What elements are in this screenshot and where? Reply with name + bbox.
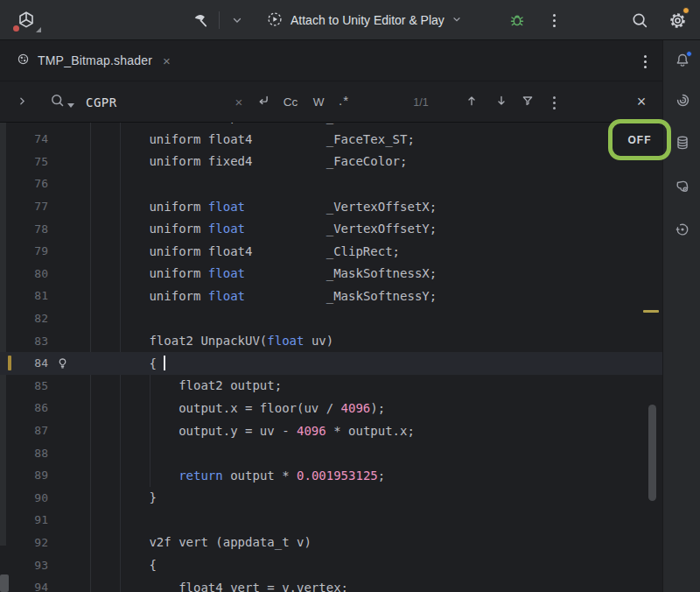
newline-button[interactable]	[252, 91, 275, 112]
search-icon	[630, 11, 649, 30]
clear-search-button[interactable]: ×	[229, 92, 248, 111]
search-options-button[interactable]	[542, 92, 565, 113]
code-lines: 74 uniform float4 _FaceTex_ST;75 uniform…	[0, 128, 662, 592]
build-options-chevron[interactable]	[226, 10, 248, 31]
main-toolbar: Attach to Unity Editor & Play	[0, 0, 700, 40]
filter-search-button[interactable]	[516, 91, 539, 112]
line-number: 81	[11, 289, 48, 302]
toolbar-more-button[interactable]	[542, 10, 565, 31]
code-line[interactable]: 83 float2 UnpackUV(float uv)	[0, 329, 662, 352]
code-line[interactable]: 75 uniform fixed4 _FaceColor;	[0, 151, 662, 173]
hammer-icon	[192, 11, 209, 29]
code-text: output.x = floor(uv / 4096);	[90, 401, 385, 415]
code-line[interactable]: 88	[0, 441, 662, 464]
code-text: {	[90, 356, 165, 370]
code-line[interactable]: 87 output.y = uv - 4096 * output.x;	[0, 419, 662, 442]
code-line[interactable]: 93 {	[0, 553, 662, 576]
code-line[interactable]: 92 v2f vert (appdata_t v)	[0, 532, 662, 554]
database-icon	[674, 134, 691, 154]
previous-occurrence-button[interactable]	[460, 91, 483, 112]
code-text: uniform float _VertexOffsetY;	[90, 222, 437, 236]
off-badge[interactable]: OFF	[628, 134, 652, 146]
code-text: float2 UnpackUV(float uv)	[90, 334, 333, 348]
search-everywhere-button[interactable]	[626, 8, 653, 32]
code-line[interactable]: 82	[0, 307, 662, 330]
words-toggle[interactable]: W	[308, 91, 329, 112]
spiral-icon	[674, 91, 692, 112]
line-number: 87	[11, 424, 48, 437]
gutter-icon-slot	[48, 285, 90, 307]
line-number: 91	[11, 513, 48, 526]
line-number: 74	[11, 132, 48, 145]
line-number: 83	[11, 335, 48, 348]
search-query-input[interactable]: CGPR	[86, 81, 117, 123]
line-number: 86	[11, 401, 48, 414]
code-line[interactable]: 77 uniform float _VertexOffsetX;	[0, 195, 662, 218]
editor-scrollbar[interactable]	[648, 405, 656, 501]
run-config-selector[interactable]: Attach to Unity Editor & Play	[261, 7, 467, 33]
code-line[interactable]: 94 float4 vert = v.vertex;	[0, 576, 662, 592]
text-caret	[164, 356, 165, 370]
build-button[interactable]	[187, 9, 214, 32]
code-line[interactable]: 91	[0, 509, 662, 532]
gutter-icon-slot	[48, 195, 90, 218]
debug-bug-icon	[508, 11, 526, 29]
line-number: 78	[11, 222, 48, 236]
tab-tmp-bitmap-shader[interactable]: TMP_Bitmap.shader ×	[7, 40, 179, 81]
match-case-toggle[interactable]: Cc	[278, 91, 303, 112]
logo-status-dot	[13, 25, 19, 32]
shader-file-icon	[16, 52, 31, 70]
toolbar-divider	[219, 11, 220, 29]
line-number: 77	[11, 200, 48, 213]
gutter-icon-slot	[48, 329, 90, 352]
gutter-icon-slot	[48, 217, 90, 240]
gutter-icon-slot	[48, 576, 90, 592]
tab-close-icon[interactable]: ×	[163, 54, 171, 67]
close-search-button[interactable]: ×	[630, 90, 653, 113]
tabbar-options-button[interactable]	[634, 51, 656, 72]
kebab-icon	[644, 55, 647, 58]
search-results-count: 1/1	[394, 81, 448, 123]
ai-assistant-button[interactable]	[672, 91, 693, 112]
lightbulb-icon[interactable]	[48, 352, 90, 375]
code-text: uniform float _MaskSoftnessY;	[90, 289, 437, 303]
code-line[interactable]: 79 uniform float4 _ClipRect;	[0, 240, 662, 263]
database-button[interactable]	[672, 133, 693, 154]
line-number: 82	[11, 312, 48, 325]
gutter-icon-slot	[48, 263, 90, 285]
gutter-icon-slot	[48, 419, 90, 442]
gutter-icon-slot	[48, 532, 90, 554]
code-editor[interactable]: uniform sampler2D _FaceTex; 74 uniform f…	[0, 123, 662, 592]
chevron-down-icon	[452, 13, 462, 27]
next-occurrence-button[interactable]	[490, 91, 513, 112]
profiler-button[interactable]	[672, 220, 693, 241]
expand-search-button[interactable]	[10, 91, 33, 113]
line-number: 80	[11, 267, 48, 280]
arrow-up-icon	[465, 94, 479, 110]
regex-toggle[interactable]: .*	[332, 89, 355, 110]
code-line[interactable]: 74 uniform float4 _FaceTex_ST;	[0, 128, 662, 151]
line-number: 85	[11, 379, 48, 392]
search-mode-icon[interactable]	[49, 92, 75, 111]
code-line[interactable]: 89 return output * 0.001953125;	[0, 464, 662, 487]
shield-tool-button[interactable]	[672, 177, 693, 198]
code-text: uniform fixed4 _FaceColor;	[90, 154, 407, 168]
code-line[interactable]: 85 float2 output;	[0, 375, 662, 398]
kebab-icon	[553, 96, 556, 99]
line-number: 93	[11, 559, 48, 572]
code-text: uniform float _VertexOffsetX;	[90, 200, 437, 214]
gutter-icon-slot	[48, 464, 90, 487]
settings-button[interactable]	[663, 7, 691, 33]
debug-button[interactable]	[504, 9, 530, 32]
code-line[interactable]: 80 uniform float _MaskSoftnessX;	[0, 263, 662, 285]
code-line[interactable]: 84 {	[0, 352, 662, 375]
gutter-icon-slot	[48, 173, 90, 195]
code-line[interactable]: 90 }	[0, 487, 662, 510]
project-logo-button[interactable]	[12, 7, 40, 33]
code-line[interactable]: 76	[0, 173, 662, 195]
notifications-button[interactable]	[672, 51, 693, 72]
line-number: 84	[11, 356, 48, 370]
code-line[interactable]: 81 uniform float _MaskSoftnessY;	[0, 285, 662, 307]
code-line[interactable]: 78 uniform float _VertexOffsetY;	[0, 217, 662, 240]
code-line[interactable]: 86 output.x = floor(uv / 4096);	[0, 397, 662, 419]
